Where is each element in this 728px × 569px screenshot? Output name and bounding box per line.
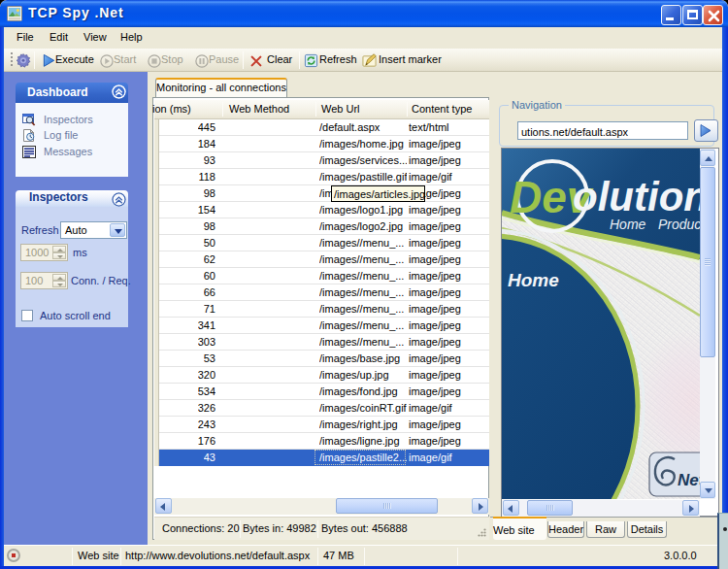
svg-text:Home: Home [508,270,559,290]
svg-text:Home: Home [610,217,646,232]
svg-text:olutions: olutions [573,174,700,219]
svg-text:Products: Products [658,217,700,232]
svg-text:Net: Net [678,471,700,489]
